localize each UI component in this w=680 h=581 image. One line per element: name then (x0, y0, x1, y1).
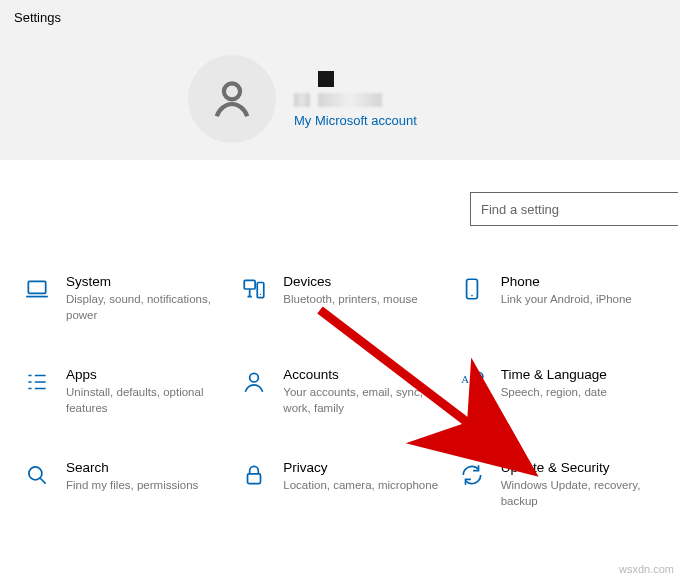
time-language-icon: A字 (459, 369, 487, 398)
redacted-name (294, 71, 417, 87)
tile-privacy[interactable]: Privacy Location, camera, microphone (241, 460, 446, 509)
apps-list-icon (24, 369, 52, 398)
search-input[interactable] (470, 192, 678, 226)
tile-title: Accounts (283, 367, 440, 382)
svg-rect-12 (248, 474, 261, 484)
svg-point-11 (29, 467, 42, 480)
sync-icon (459, 462, 487, 491)
phone-icon (459, 276, 487, 305)
laptop-icon (24, 276, 52, 305)
svg-rect-2 (245, 280, 256, 289)
svg-point-6 (471, 295, 473, 297)
tile-accounts[interactable]: Accounts Your accounts, email, sync, wor… (241, 367, 446, 416)
tile-title: Time & Language (501, 367, 607, 382)
tile-title: Devices (283, 274, 417, 289)
tile-desc: Bluetooth, printers, mouse (283, 292, 417, 308)
tile-update-security[interactable]: Update & Security Windows Update, recove… (459, 460, 664, 509)
redacted-email (294, 93, 417, 107)
svg-text:A: A (461, 373, 469, 385)
user-avatar (188, 55, 276, 143)
svg-point-4 (260, 294, 261, 295)
tile-apps[interactable]: Apps Uninstall, defaults, optional featu… (24, 367, 229, 416)
person-icon (209, 76, 255, 122)
settings-grid: System Display, sound, notifications, po… (24, 274, 664, 509)
svg-point-7 (250, 373, 259, 382)
tile-desc: Speech, region, date (501, 385, 607, 401)
tile-title: Search (66, 460, 198, 475)
microsoft-account-link[interactable]: My Microsoft account (294, 113, 417, 128)
tile-phone[interactable]: Phone Link your Android, iPhone (459, 274, 664, 323)
tile-title: Update & Security (501, 460, 658, 475)
svg-point-0 (224, 83, 240, 99)
tile-desc: Find my files, permissions (66, 478, 198, 494)
tile-title: Phone (501, 274, 632, 289)
tile-title: System (66, 274, 223, 289)
tile-devices[interactable]: Devices Bluetooth, printers, mouse (241, 274, 446, 323)
tile-system[interactable]: System Display, sound, notifications, po… (24, 274, 229, 323)
lock-icon (241, 462, 269, 491)
search-icon (24, 462, 52, 491)
devices-icon (241, 276, 269, 305)
tile-time-language[interactable]: A字 Time & Language Speech, region, date (459, 367, 664, 416)
tile-desc: Windows Update, recovery, backup (501, 478, 658, 509)
tile-desc: Link your Android, iPhone (501, 292, 632, 308)
account-block: My Microsoft account (188, 55, 417, 143)
window-title: Settings (14, 10, 666, 25)
tile-desc: Your accounts, email, sync, work, family (283, 385, 440, 416)
tile-title: Apps (66, 367, 223, 382)
accounts-icon (241, 369, 269, 398)
tile-desc: Location, camera, microphone (283, 478, 438, 494)
search-container (470, 192, 678, 226)
tile-desc: Display, sound, notifications, power (66, 292, 223, 323)
account-text: My Microsoft account (294, 71, 417, 128)
tile-desc: Uninstall, defaults, optional features (66, 385, 223, 416)
tile-search[interactable]: Search Find my files, permissions (24, 460, 229, 509)
svg-rect-1 (28, 281, 45, 293)
tile-title: Privacy (283, 460, 438, 475)
svg-rect-3 (258, 283, 265, 298)
watermark: wsxdn.com (619, 563, 674, 575)
